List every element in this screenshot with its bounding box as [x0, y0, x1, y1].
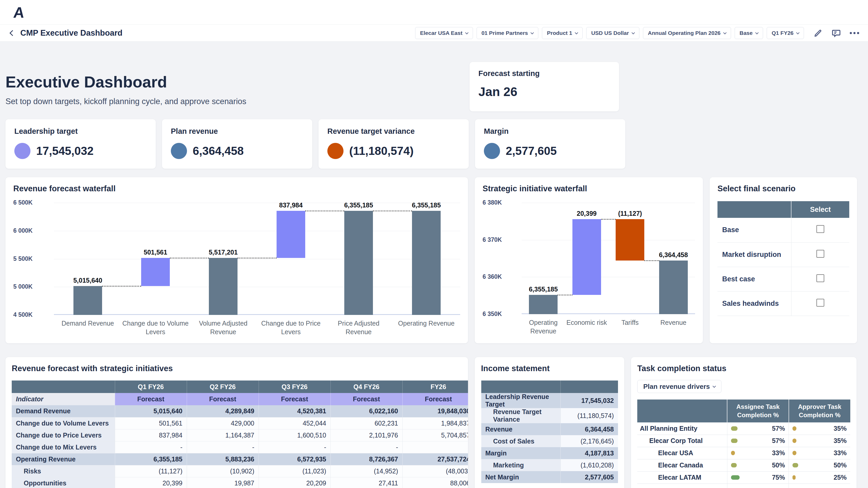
forecast-column-header: Q2 FY26	[187, 381, 258, 393]
bar-value-label: 6,355,185	[412, 201, 441, 209]
filter-dropdown[interactable]: Base	[735, 27, 763, 39]
row-label: Revenue	[481, 423, 561, 435]
row-label: Opportunities	[12, 477, 115, 488]
strategic-initiative-waterfall-card: Strategic initiative waterfall 6 380K6 3…	[475, 177, 703, 343]
scenario-checkbox[interactable]	[816, 299, 824, 306]
completion-percent: 25%	[834, 474, 847, 481]
data-cell[interactable]: 2,101,976	[331, 429, 402, 441]
data-cell[interactable]: 20,399	[115, 477, 187, 488]
data-cell[interactable]: (11,023)	[258, 465, 331, 477]
forecast-column-header: FY26	[402, 381, 468, 393]
data-cell[interactable]: (11,127)	[115, 465, 187, 477]
x-axis-category-label: Operating Revenue	[522, 318, 565, 335]
data-cell[interactable]: 1,600,510	[258, 429, 331, 441]
row-label: Change due to Price Levers	[12, 429, 115, 441]
filter-dropdown[interactable]: Q1 FY26	[767, 27, 804, 39]
data-cell[interactable]: 1,164,387	[187, 429, 258, 441]
bar-value-label: 20,399	[577, 210, 597, 217]
data-cell[interactable]: (1,610,208)	[560, 459, 618, 471]
data-cell[interactable]: 4,289,849	[187, 405, 258, 417]
scenario-checkbox[interactable]	[816, 250, 824, 258]
chevron-down-icon	[713, 384, 716, 388]
data-cell[interactable]: 4,187,813	[560, 447, 618, 459]
select-final-scenario-card: Select final scenario Select BaseMarket …	[710, 177, 857, 343]
completion-pill-icon	[731, 475, 740, 480]
chevron-down-icon	[755, 31, 758, 34]
data-cell[interactable]: 27,411	[331, 477, 402, 488]
back-icon[interactable]	[10, 30, 16, 36]
completion-cell: 35%	[789, 422, 850, 435]
data-cell[interactable]: (11,180,574)	[560, 408, 618, 423]
data-cell[interactable]: 5,015,640	[115, 405, 187, 417]
data-cell[interactable]: 837,984	[115, 429, 187, 441]
more-options-icon[interactable]	[849, 27, 860, 39]
data-cell[interactable]: 19,987	[187, 477, 258, 488]
data-cell[interactable]: (14,952)	[331, 465, 402, 477]
scenario-checkbox[interactable]	[816, 225, 824, 233]
x-axis-category-label: Demand Revenue	[54, 319, 122, 336]
kpi-status-dot-icon	[328, 143, 343, 159]
data-cell[interactable]: 5,883,236	[187, 453, 258, 465]
dropdown-label: Plan revenue drivers	[643, 383, 710, 391]
filter-dropdown[interactable]: USD US Dollar	[586, 27, 639, 39]
scenario-label: Base	[717, 218, 791, 242]
context-selectors: Elecar USA East01 Prime PartnersProduct …	[415, 27, 860, 39]
data-cell[interactable]: -	[402, 441, 468, 453]
x-axis-category-label: Economic risk	[565, 318, 609, 335]
completion-percent: 35%	[834, 425, 847, 432]
page-title: CMP Executive Dashboard	[20, 28, 122, 38]
data-cell[interactable]: 8,726,367	[331, 453, 402, 465]
data-cell[interactable]: 501,561	[115, 417, 187, 429]
data-cell[interactable]: 5,704,857	[402, 429, 468, 441]
data-cell[interactable]: 17,545,032	[560, 393, 618, 408]
completion-pill-icon	[793, 475, 796, 480]
data-cell[interactable]: 6,572,935	[258, 453, 331, 465]
data-cell[interactable]: 1,984,837	[402, 417, 468, 429]
task-column-header: Assignee Task Completion %	[727, 399, 788, 422]
completion-pill-icon	[793, 438, 796, 443]
data-cell[interactable]: 602,231	[331, 417, 402, 429]
filter-dropdown[interactable]: Elecar USA East	[415, 27, 473, 39]
data-cell[interactable]: 6,022,160	[331, 405, 402, 417]
completion-pill-icon	[793, 451, 796, 455]
completion-percent: 33%	[834, 449, 847, 457]
y-axis-tick-label: 6 380K	[483, 199, 502, 206]
data-cell[interactable]: 2,577,605	[560, 471, 618, 483]
scenario-row: Base	[717, 218, 849, 242]
forecast-subheader-cell: Forecast	[115, 393, 187, 405]
bar-value-label: 5,015,640	[73, 276, 102, 284]
data-cell[interactable]: 6,364,458	[560, 423, 618, 435]
waterfall-connector	[238, 258, 277, 258]
hero-section: Executive Dashboard Set top down targets…	[5, 62, 863, 111]
data-cell[interactable]: 452,044	[258, 417, 331, 429]
filter-dropdown[interactable]: Annual Operating Plan 2026	[643, 27, 731, 39]
edit-pencil-icon[interactable]	[812, 27, 824, 39]
entity-label: Elecar Canada	[637, 459, 727, 471]
row-label: Change due to Volume Levers	[12, 417, 115, 429]
data-cell[interactable]: -	[115, 441, 187, 453]
filter-dropdown[interactable]: Product 1	[542, 27, 583, 39]
comment-icon[interactable]	[831, 27, 842, 39]
scenario-checkbox[interactable]	[816, 274, 824, 282]
waterfall-connector	[373, 210, 412, 212]
data-cell[interactable]: 19,848,030	[402, 405, 468, 417]
data-cell[interactable]: 429,000	[187, 417, 258, 429]
completion-pill-icon	[793, 463, 798, 467]
plan-revenue-drivers-dropdown[interactable]: Plan revenue drivers	[637, 380, 721, 393]
data-cell[interactable]: 88,006	[402, 477, 468, 488]
data-cell[interactable]: 27,537,724	[402, 453, 468, 465]
data-cell[interactable]: 20,209	[258, 477, 331, 488]
data-cell[interactable]: -	[187, 441, 258, 453]
scenario-label: Best case	[717, 267, 791, 291]
filter-dropdown[interactable]: 01 Prime Partners	[476, 27, 538, 39]
data-cell[interactable]: (48,003)	[402, 465, 468, 477]
table-row: Marketing(1,610,208)	[481, 459, 618, 471]
data-cell[interactable]: (10,902)	[187, 465, 258, 477]
data-cell[interactable]: -	[331, 441, 402, 453]
entity-label: Elecar USA	[637, 447, 727, 459]
data-cell[interactable]: (2,176,645)	[560, 435, 618, 447]
data-cell[interactable]: 4,520,381	[258, 405, 331, 417]
data-cell[interactable]: 6,355,185	[115, 453, 187, 465]
data-cell[interactable]: -	[258, 441, 331, 453]
row-label: Margin	[481, 447, 561, 459]
